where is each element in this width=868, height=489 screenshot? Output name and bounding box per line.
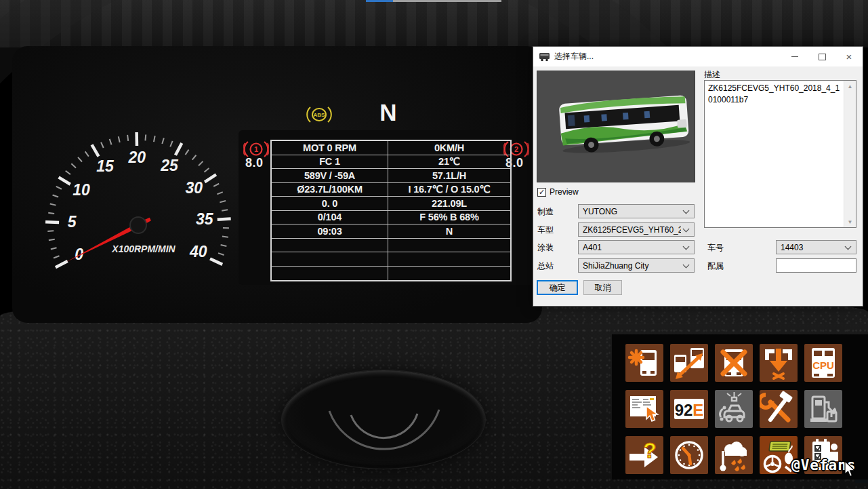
time-settings-icon[interactable]: [670, 436, 708, 474]
chevron-down-icon: [683, 225, 690, 232]
assignment-input[interactable]: [776, 258, 856, 273]
display-row: [272, 239, 510, 253]
despawn-vehicle-icon[interactable]: [760, 344, 798, 382]
maximize-button[interactable]: [808, 47, 835, 66]
display-cell-left: MOT 0 RPM: [272, 141, 388, 155]
timetable-icon[interactable]: [625, 390, 663, 428]
chevron-down-icon: [683, 243, 690, 250]
svg-text:?: ?: [643, 438, 657, 463]
svg-text:30: 30: [185, 179, 203, 197]
brake-pressure-1: 8.0: [245, 156, 264, 170]
top-window-strip-blue: [366, 0, 393, 2]
display-cell-right: F 56% B 68%: [388, 211, 510, 224]
fleet-number-label: 车号: [707, 242, 748, 254]
model-select[interactable]: ZK6125FCEVG5_YHT60_2018: [578, 222, 695, 237]
display-cell-left: 09:03: [272, 224, 388, 238]
bus-preview-render: [537, 71, 695, 182]
minimize-button[interactable]: [781, 47, 808, 66]
livery-select[interactable]: A401: [578, 240, 695, 254]
vehicle-preview-image: [537, 71, 695, 182]
maximize-icon: [819, 54, 826, 60]
chevron-down-icon: [683, 261, 690, 268]
svg-text:2: 2: [514, 145, 518, 153]
select-vehicle-dialog: 选择车辆... ×: [533, 46, 863, 307]
abs-warning-icon: ABS: [305, 104, 333, 125]
description-scrollbar[interactable]: ▲ ▼: [844, 81, 856, 227]
display-cell-right: I 16.7℃ / O 15.0℃: [388, 183, 510, 197]
steering-wheel-hub: [281, 370, 486, 469]
change-vehicle-icon[interactable]: [670, 344, 708, 382]
dialog-titlebar[interactable]: 选择车辆... ×: [533, 47, 863, 66]
weather-settings-icon[interactable]: [715, 436, 753, 474]
route-help-icon[interactable]: ?: [625, 436, 663, 474]
display-cell-left: [272, 252, 388, 266]
display-row: 589V / -59A57.1L/H: [272, 169, 510, 183]
livery-value: A401: [583, 243, 681, 252]
ok-button[interactable]: 确定: [537, 280, 578, 295]
fleet-number-select[interactable]: 14403: [776, 240, 856, 254]
display-row: Ø23.7L/100KMI 16.7℃ / O 15.0℃: [272, 183, 510, 197]
svg-text:35: 35: [196, 210, 214, 228]
close-icon: ×: [846, 52, 852, 62]
destination-sign-icon[interactable]: 92E: [670, 390, 708, 428]
description-text: ZK6125FCEVG5_YHT60_2018_4_10100011b7: [708, 83, 842, 106]
assignment-label: 配属: [707, 260, 748, 272]
display-cell-left: Ø23.7L/100KM: [272, 183, 388, 197]
chevron-down-icon: [845, 243, 852, 250]
display-cell-left: 589V / -59A: [272, 169, 388, 182]
preview-label: Preview: [550, 187, 579, 197]
svg-text:25: 25: [160, 157, 179, 174]
minimize-icon: [791, 56, 798, 57]
remove-vehicle-icon[interactable]: [715, 344, 753, 382]
spawn-vehicle-icon[interactable]: [625, 344, 663, 382]
depot-select[interactable]: ShiJiaZhuang City: [578, 258, 695, 273]
svg-text:20: 20: [127, 149, 146, 166]
description-box[interactable]: ZK6125FCEVG5_YHT60_2018_4_10100011b7 ▲ ▼: [704, 80, 856, 228]
display-cell-right: 21℃: [388, 155, 510, 169]
dialog-title: 选择车辆...: [554, 51, 594, 62]
display-row: MOT 0 RPM0KM/H: [272, 141, 510, 155]
scroll-up-icon[interactable]: ▲: [844, 81, 856, 92]
repair-icon[interactable]: [760, 390, 798, 428]
display-row: FC 121℃: [272, 155, 510, 170]
chevron-down-icon: [683, 207, 690, 214]
gear-indicator: N: [371, 99, 405, 126]
svg-text:92E: 92E: [675, 401, 704, 419]
display-cell-left: [272, 267, 388, 281]
cancel-button[interactable]: 取消: [583, 280, 622, 295]
trip-computer-display: MOT 0 RPM0KM/HFC 121℃589V / -59A57.1L/HØ…: [270, 140, 512, 281]
tachometer-gauge: 0510152025303540X100RPM/MIN: [27, 128, 251, 282]
livery-label: 涂装: [537, 242, 577, 254]
close-button[interactable]: ×: [835, 47, 863, 66]
top-window-strip-gray: [393, 0, 501, 2]
model-value: ZK6125FCEVG5_YHT60_2018: [583, 225, 681, 235]
display-cell-left: 0/104: [272, 211, 388, 224]
display-row: 0. 0221.09L: [272, 197, 510, 211]
display-cell-right: N: [388, 224, 510, 238]
svg-text:X100RPM/MIN: X100RPM/MIN: [111, 243, 175, 254]
display-cell-left: FC 1: [272, 155, 388, 169]
mouse-cursor: [844, 461, 856, 479]
manufacturer-value: YUTONG: [583, 207, 681, 216]
svg-text:CPU: CPU: [812, 359, 834, 371]
display-cell-right: 0KM/H: [388, 141, 510, 155]
model-label: 车型: [537, 224, 577, 236]
display-cell-right: [388, 239, 510, 252]
scroll-down-icon[interactable]: ▼: [844, 216, 856, 227]
refuel-icon[interactable]: [804, 390, 842, 428]
svg-text:1: 1: [254, 145, 258, 153]
display-row: 09:03N: [272, 224, 510, 239]
tow-call-icon[interactable]: [715, 390, 753, 428]
manufacturer-label: 制造: [537, 206, 577, 218]
display-cell-right: [388, 252, 510, 266]
svg-text:ABS: ABS: [314, 112, 326, 118]
display-cell-left: 0. 0: [272, 197, 388, 210]
display-row: [272, 267, 510, 281]
ai-vehicle-icon[interactable]: CPU: [804, 344, 842, 382]
svg-text:10: 10: [73, 181, 90, 199]
preview-checkbox[interactable]: ✓: [537, 188, 546, 197]
display-row: [272, 252, 510, 267]
display-cell-left: [272, 239, 388, 252]
manufacturer-select[interactable]: YUTONG: [578, 204, 695, 218]
description-label: 描述: [704, 69, 720, 81]
